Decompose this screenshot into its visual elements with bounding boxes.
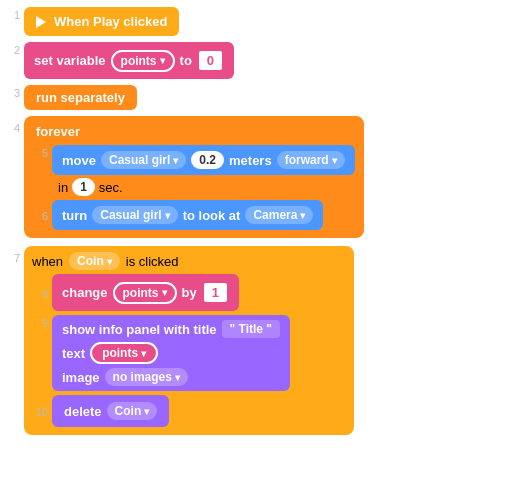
line-number-7: 7 bbox=[4, 246, 20, 264]
by-label: by bbox=[182, 285, 197, 300]
delete-coin-pill[interactable]: Coin bbox=[107, 402, 158, 420]
when-header: when Coin is clicked bbox=[32, 252, 346, 270]
move-label: move bbox=[62, 153, 96, 168]
set-variable-label: set variable bbox=[34, 53, 106, 68]
delete-label: delete bbox=[64, 404, 102, 419]
line-number-5: 5 bbox=[32, 145, 48, 159]
run-separately-block[interactable]: run separately bbox=[24, 85, 137, 110]
move-value-pill[interactable]: 0.2 bbox=[191, 151, 224, 169]
row-1: 1 When Play clicked bbox=[0, 4, 513, 39]
change-var-pill[interactable]: points bbox=[113, 282, 177, 304]
delete-coin-block[interactable]: delete Coin bbox=[52, 395, 169, 427]
row-7-when: 7 when Coin is clicked 8 change points b… bbox=[0, 243, 513, 438]
play-icon bbox=[36, 16, 46, 28]
sec-value-pill[interactable]: 1 bbox=[72, 178, 95, 196]
in-label: in bbox=[58, 180, 68, 195]
move-unit: meters bbox=[229, 153, 272, 168]
when-coin-block[interactable]: when Coin is clicked 8 change points by … bbox=[24, 246, 354, 435]
to-label: to bbox=[180, 53, 192, 68]
when-play-clicked-block[interactable]: When Play clicked bbox=[24, 7, 179, 36]
image-label: image bbox=[62, 370, 100, 385]
run-separately-label: run separately bbox=[36, 90, 125, 105]
text-value-pill[interactable]: points bbox=[90, 342, 158, 364]
change-value-pill[interactable]: 1 bbox=[202, 281, 229, 304]
block-editor: 1 When Play clicked 2 set variable point… bbox=[0, 0, 513, 500]
row-10-wrapper: 10 delete Coin bbox=[32, 395, 346, 427]
row-6-wrapper: 6 turn Casual girl to look at Camera bbox=[32, 200, 356, 230]
show-info-label: show info panel with title bbox=[62, 322, 217, 337]
is-clicked-label: is clicked bbox=[126, 254, 179, 269]
line-number-3: 3 bbox=[4, 85, 20, 99]
show-info-text-line: text points bbox=[62, 342, 280, 364]
turn-subject-pill[interactable]: Casual girl bbox=[92, 206, 177, 224]
row-3: 3 run separately bbox=[0, 82, 513, 113]
show-info-image-line: image no images bbox=[62, 368, 280, 386]
move-block-wrapper: move Casual girl 0.2 meters forward in 1… bbox=[52, 145, 355, 196]
sec-unit: sec. bbox=[99, 180, 123, 195]
turn-block[interactable]: turn Casual girl to look at Camera bbox=[52, 200, 323, 230]
set-variable-block[interactable]: set variable points to 0 bbox=[24, 42, 234, 79]
line-number-2: 2 bbox=[4, 42, 20, 56]
variable-name-pill[interactable]: points bbox=[111, 50, 175, 72]
line-number-9: 9 bbox=[32, 315, 48, 329]
coin-pill[interactable]: Coin bbox=[69, 252, 120, 270]
text-label: text bbox=[62, 346, 85, 361]
show-info-block[interactable]: show info panel with title " Title " tex… bbox=[52, 315, 290, 391]
row-4-forever: 4 forever 5 move Casual girl 0.2 meters … bbox=[0, 113, 513, 241]
line-number-8: 8 bbox=[32, 286, 48, 300]
event-label: When Play clicked bbox=[54, 14, 167, 29]
line-number-6: 6 bbox=[32, 208, 48, 222]
change-label: change bbox=[62, 285, 108, 300]
in-sec-row: in 1 sec. bbox=[52, 178, 355, 196]
row-9-wrapper: 9 show info panel with title " Title " t… bbox=[32, 315, 346, 391]
change-points-block[interactable]: change points by 1 bbox=[52, 274, 239, 311]
line-number-10: 10 bbox=[32, 404, 48, 418]
when-label: when bbox=[32, 254, 63, 269]
title-value[interactable]: " Title " bbox=[222, 320, 281, 338]
line-number-4: 4 bbox=[4, 116, 20, 134]
image-value-pill[interactable]: no images bbox=[105, 368, 188, 386]
show-info-title-line: show info panel with title " Title " bbox=[62, 320, 280, 338]
value-pill[interactable]: 0 bbox=[197, 49, 224, 72]
turn-label: turn bbox=[62, 208, 87, 223]
line-number-1: 1 bbox=[4, 7, 20, 21]
row-8-wrapper: 8 change points by 1 bbox=[32, 274, 346, 311]
forever-label: forever bbox=[32, 122, 356, 141]
forever-block[interactable]: forever 5 move Casual girl 0.2 meters fo… bbox=[24, 116, 364, 238]
row-5-wrapper: 5 move Casual girl 0.2 meters forward in… bbox=[32, 145, 356, 196]
move-subject-pill[interactable]: Casual girl bbox=[101, 151, 186, 169]
move-direction-pill[interactable]: forward bbox=[277, 151, 345, 169]
row-2: 2 set variable points to 0 bbox=[0, 39, 513, 82]
turn-target-pill[interactable]: Camera bbox=[245, 206, 313, 224]
to-look-at-label: to look at bbox=[183, 208, 241, 223]
move-block[interactable]: move Casual girl 0.2 meters forward bbox=[52, 145, 355, 175]
